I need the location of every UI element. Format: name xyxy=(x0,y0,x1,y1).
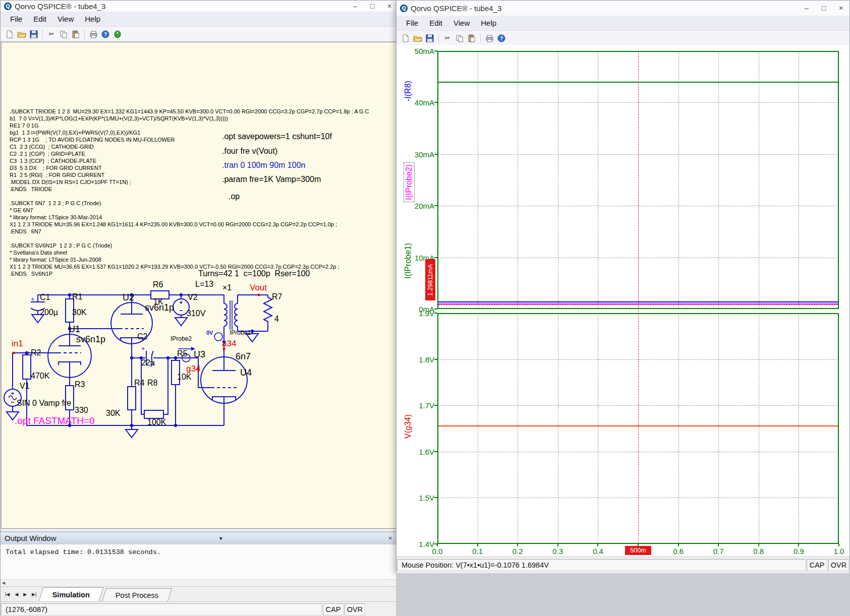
tab-nav-arrow[interactable]: ▶| xyxy=(29,592,39,597)
tab-post-process[interactable]: Post Process xyxy=(101,588,172,601)
spice-directive[interactable]: .four fre v(Vout) xyxy=(222,147,277,156)
new-file-icon[interactable] xyxy=(400,33,411,43)
netlist-line[interactable]: X1 1 2 3 TRIODE MU=36.65 EX=1.537 KG1=10… xyxy=(10,263,369,270)
right-titlebar[interactable]: Q Qorvo QSPICE® - tube4_3 –□× xyxy=(396,1,849,16)
component-label--opt-fastmath-0[interactable]: .opt FASTMATH=0 xyxy=(15,415,95,426)
paste-icon[interactable] xyxy=(466,33,477,43)
cut-icon[interactable]: ✂ xyxy=(442,33,453,43)
component-label-470k[interactable]: 470K xyxy=(31,372,49,381)
help-icon[interactable]: ? xyxy=(100,29,111,39)
netlist-line[interactable]: b1 7 0 V=V(1,3)/KP*LOG(1+EXP(KP*(1/MU+(V… xyxy=(10,115,369,122)
component-label-30k[interactable]: 30K xyxy=(72,308,86,317)
close-button[interactable]: × xyxy=(832,4,849,12)
component-label--[interactable]: + xyxy=(141,345,145,352)
net-label-a34[interactable]: a34 xyxy=(222,339,236,349)
cursor-y-readout[interactable]: 1.29811mA xyxy=(425,259,435,300)
component-label-iprobe1[interactable]: IProbe1 xyxy=(230,329,251,336)
trace-axis-label--i-r8-[interactable]: -I(R8) xyxy=(404,81,413,101)
help-icon[interactable]: ? xyxy=(496,33,507,43)
close-button[interactable]: × xyxy=(381,2,398,10)
minimize-button[interactable]: – xyxy=(798,4,815,12)
component-label-u1[interactable]: U1 xyxy=(69,324,80,335)
component-label-r7[interactable]: R7 xyxy=(272,292,282,301)
netlist-line[interactable]: .ENDS 6N7 xyxy=(10,228,369,235)
netlist-line[interactable]: C1 2 3 {CCG} ; CATHODE-GRID xyxy=(10,143,369,150)
output-window-body[interactable]: Total elapsed time: 0.0131538 seconds. xyxy=(1,544,399,579)
menu-edit[interactable]: Edit xyxy=(28,13,52,25)
component-label--[interactable]: + xyxy=(31,296,34,303)
horizontal-scrollbar[interactable]: ◀ xyxy=(1,579,399,586)
netlist-line[interactable]: * GE 6N7 xyxy=(10,207,369,214)
save-icon[interactable] xyxy=(424,33,435,43)
scroll-left-icon[interactable]: ◀ xyxy=(2,581,5,585)
spice-directive[interactable]: .tran 0 100m 90m 100n xyxy=(222,161,305,170)
tab-simulation[interactable]: Simulation xyxy=(39,587,104,601)
component-label-c2[interactable]: C2 xyxy=(137,332,147,341)
netlist-line[interactable]: .SUBCKT SV6N1P 1 2 3 ; P G C (Triode) xyxy=(10,242,369,249)
open-folder-icon[interactable] xyxy=(16,29,27,39)
component-label-330[interactable]: 330 xyxy=(75,406,88,415)
component-label-turns-42-1-c-100p-rser-100[interactable]: Turns=42 1 c=100p Rser=100 xyxy=(198,269,310,278)
trace-axis-label-v-g34-[interactable]: V(g34) xyxy=(404,414,413,439)
netlist-line[interactable]: .SUBCKT 6N7 1 2 3 ; P G C (Triode) xyxy=(10,200,369,207)
trace-axis-label-i-iprobe2-[interactable]: I(IProbe2) xyxy=(404,162,415,202)
component-label-r6[interactable]: R6 xyxy=(153,280,163,289)
minimize-button[interactable]: – xyxy=(347,2,364,10)
component-label-v1[interactable]: V1 xyxy=(20,382,30,391)
menu-file[interactable]: File xyxy=(5,13,28,25)
netlist-line[interactable]: .ENDS SV6N1P xyxy=(10,270,369,277)
open-folder-icon[interactable] xyxy=(412,33,423,43)
component-label-r2[interactable]: R2 xyxy=(31,348,41,357)
paste-icon[interactable] xyxy=(70,29,81,39)
menu-edit[interactable]: Edit xyxy=(424,17,448,29)
component-label-l-13[interactable]: L=13 xyxy=(195,280,213,289)
netlist-line[interactable]: D3 5 3 DX ; FOR GRID CURRENT xyxy=(10,164,369,171)
new-file-icon[interactable] xyxy=(4,29,15,39)
netlist-line[interactable]: .ENDS TRIODE xyxy=(10,186,369,193)
component-label-0v[interactable]: 0V xyxy=(206,330,213,336)
component-label-6n7[interactable]: 6n7 xyxy=(236,351,251,362)
netlist-line[interactable]: RE1 7 0 1G xyxy=(10,122,369,129)
spice-directive[interactable]: .param fre=1K Vamp=300m xyxy=(222,175,321,184)
netlist-line[interactable] xyxy=(10,193,369,200)
cut-icon[interactable]: ✂ xyxy=(46,29,57,39)
menu-view[interactable]: View xyxy=(52,13,79,25)
maximize-button[interactable]: □ xyxy=(815,4,832,12)
print-icon[interactable] xyxy=(88,29,99,39)
output-window-header[interactable]: Output Window ▾ × xyxy=(1,531,399,544)
netlist-line[interactable]: * Svetlana's Data sheet xyxy=(10,249,369,256)
tab-nav-arrow[interactable]: |◀ xyxy=(3,592,12,597)
component-label-sv6n1p[interactable]: sv6n1p xyxy=(76,334,105,345)
component-label-4[interactable]: 4 xyxy=(274,315,279,324)
netlist-line[interactable]: C3 1 3 {CCP} ; CATHODE-PLATE xyxy=(10,157,369,164)
component-label-u2[interactable]: U2 xyxy=(123,292,134,303)
copy-icon[interactable] xyxy=(454,33,465,43)
component-label-100k[interactable]: 100K xyxy=(147,418,166,427)
netlist-line[interactable]: .SUBCKT TRIODE 1 2 3 MU=29.30 EX=1.332 K… xyxy=(10,108,369,115)
cursor-x-readout[interactable]: 500m xyxy=(625,546,651,555)
net-label-in1[interactable]: in1 xyxy=(12,339,23,349)
component-label-sin-0-vamp-fre[interactable]: SIN 0 Vamp fre xyxy=(17,399,71,408)
spice-directive[interactable]: .op xyxy=(229,192,240,201)
net-label-vout[interactable]: Vout xyxy=(250,283,267,293)
netlist-line[interactable]: X1 1 2 3 TRIODE MU=35.96 EX=1.248 KG1=16… xyxy=(10,221,369,228)
component-label-r5[interactable]: R5 xyxy=(177,349,187,358)
waveform-plot-area[interactable]: 50mA40mA30mA20mA10mA0mA1.9V1.8V1.7V1.6V1… xyxy=(396,45,849,557)
component-label-310v[interactable]: 310V xyxy=(187,309,205,318)
component-label-1k[interactable]: 1K xyxy=(153,297,163,306)
save-icon[interactable] xyxy=(28,29,39,39)
component-label-iprobe2[interactable]: IProbe2 xyxy=(171,335,192,342)
trace-axis-label-i-iprobe1-[interactable]: I(IProbe1) xyxy=(404,243,413,279)
plot-panel-top[interactable] xyxy=(437,51,839,309)
spice-directive[interactable]: .opt savepowers=1 cshunt=10f xyxy=(222,132,332,141)
component-label-u4[interactable]: U4 xyxy=(240,367,252,378)
menu-view[interactable]: View xyxy=(448,17,475,29)
run-icon[interactable] xyxy=(112,29,123,39)
component-label-200-[interactable]: 200µ xyxy=(40,308,58,317)
netlist-line[interactable] xyxy=(10,235,369,242)
output-close-icon[interactable]: × xyxy=(385,535,395,542)
component-label-r8[interactable]: R8 xyxy=(147,379,157,388)
tab-nav-arrow[interactable]: ▶ xyxy=(21,592,29,597)
component-label-c1[interactable]: C1 xyxy=(40,293,50,302)
menu-help[interactable]: Help xyxy=(79,13,106,25)
